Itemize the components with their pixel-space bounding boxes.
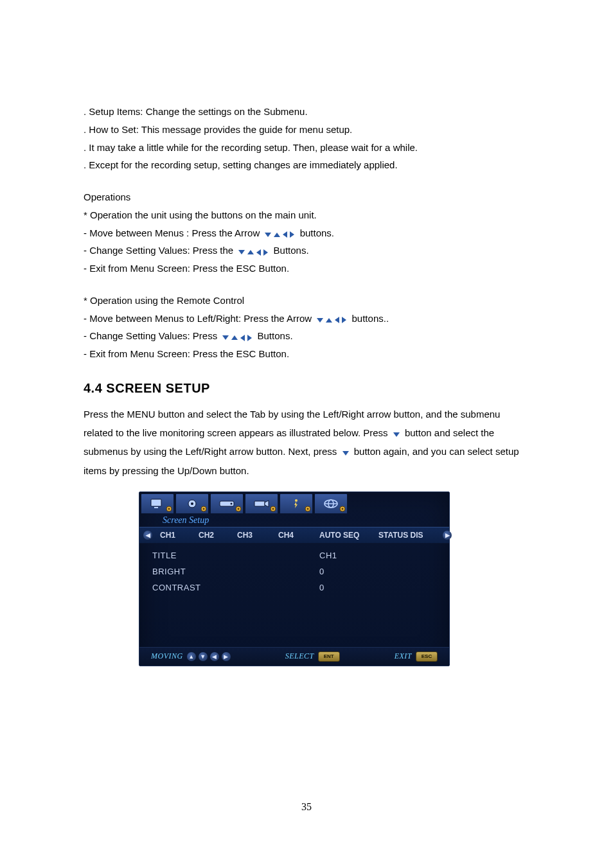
nav-left-icon[interactable]: ◀	[143, 531, 152, 540]
intro-line: . It may take a little while for the rec…	[84, 139, 529, 157]
dvr-row-title[interactable]: TITLE CH1	[152, 547, 443, 563]
svg-point-9	[231, 502, 233, 504]
key-right-icon: ▶	[222, 652, 231, 661]
dvr-tab-display-icon[interactable]	[141, 493, 174, 513]
intro-line: . Setup Items: Change the settings on th…	[84, 103, 529, 121]
svg-point-11	[238, 508, 240, 509]
arrow-up-icon	[247, 250, 254, 254]
dvr-subtab-statusdis[interactable]: STATUS DIS	[373, 531, 440, 540]
operations-remote-move: - Move between Menus to Left/Right: Pres…	[84, 310, 529, 328]
dvr-menu-screenshot: Screen Setup ◀ CH1 CH2 CH3 CH4 AUTO SEQ …	[139, 492, 450, 666]
dvr-subtabs: ◀ CH1 CH2 CH3 CH4 AUTO SEQ STATUS DIS ▶	[139, 527, 449, 544]
arrow-left-icon	[335, 317, 339, 323]
key-up-icon: ▲	[187, 652, 196, 661]
svg-rect-0	[151, 499, 161, 506]
footer-exit-label: EXIT	[395, 651, 412, 661]
arrow-right-icon	[342, 317, 346, 323]
operations-unit-heading: * Operation the unit using the buttons o…	[84, 206, 529, 224]
dvr-top-tabs	[139, 492, 449, 515]
key-left-icon: ◀	[210, 652, 219, 661]
arrow-down-icon	[222, 335, 229, 340]
intro-line: . How to Set: This message provides the …	[84, 121, 529, 139]
arrow-left-icon	[256, 249, 261, 256]
text: - Move between Menus : Press the Arrow	[84, 227, 260, 238]
dvr-tab-record-icon[interactable]	[175, 493, 209, 513]
text: buttons.	[300, 227, 334, 238]
text: buttons..	[352, 313, 389, 324]
key-ent-icon: ENT	[318, 651, 340, 662]
operations-unit-exit: - Exit from Menu Screen: Press the ESC B…	[84, 260, 529, 278]
operations-unit-change: - Change Setting Values: Press the Butto…	[84, 242, 529, 260]
text: Buttons.	[258, 330, 293, 341]
dvr-row-value: CH1	[319, 551, 337, 560]
dvr-tab-storage-icon[interactable]	[210, 493, 244, 513]
svg-point-22	[342, 508, 344, 509]
svg-rect-12	[254, 501, 265, 506]
dvr-title: Screen Setup	[139, 515, 449, 527]
arrow-right-icon	[290, 231, 294, 238]
intro-line: . Except for the recording setup, settin…	[84, 156, 529, 174]
arrow-up-icon	[326, 318, 332, 323]
key-down-icon: ▼	[199, 652, 208, 661]
dvr-tab-network-icon[interactable]	[314, 493, 348, 513]
arrow-right-icon	[263, 249, 268, 256]
page-number: 35	[0, 801, 613, 813]
dvr-row-value: 0	[319, 567, 324, 576]
text: - Change Setting Values: Press	[84, 330, 217, 341]
arrow-right-icon	[247, 335, 252, 341]
svg-point-17	[307, 508, 309, 509]
text: - Change Setting Values: Press the	[84, 245, 233, 256]
dvr-row-label: CONTRAST	[152, 583, 319, 592]
arrow-down-icon	[265, 233, 271, 237]
dvr-subtab-ch1[interactable]: CH1	[155, 531, 193, 540]
arrow-buttons-icon	[222, 335, 252, 341]
dvr-subtab-ch3[interactable]: CH3	[232, 531, 273, 540]
arrow-down-icon	[393, 432, 400, 437]
svg-point-14	[272, 508, 274, 509]
svg-point-5	[191, 502, 193, 505]
dvr-row-label: TITLE	[152, 551, 319, 560]
section-title: 4.4 SCREEN SETUP	[84, 381, 529, 396]
arrow-buttons-icon	[238, 249, 268, 256]
dvr-subtab-ch4[interactable]: CH4	[273, 531, 314, 540]
nav-right-icon[interactable]: ▶	[443, 531, 452, 540]
arrow-buttons-icon	[317, 317, 346, 323]
operations-remote-exit: - Exit from Menu Screen: Press the ESC B…	[84, 345, 529, 363]
operations-remote-change: - Change Setting Values: Press Buttons.	[84, 327, 529, 345]
dvr-footer: MOVING ▲ ▼ ◀ ▶ SELECT ENT EXIT ESC	[139, 647, 449, 666]
text: - Move between Menus to Left/Right: Pres…	[84, 313, 312, 324]
key-esc-icon: ESC	[416, 651, 438, 662]
section-paragraph: Press the MENU button and select the Tab…	[84, 405, 529, 480]
text: Buttons.	[274, 245, 309, 256]
arrow-buttons-icon	[265, 231, 294, 238]
arrow-down-icon	[342, 451, 349, 456]
dvr-subtab-ch2[interactable]: CH2	[193, 531, 232, 540]
operations-heading: Operations	[84, 188, 529, 206]
svg-point-15	[295, 499, 298, 502]
dvr-row-bright[interactable]: BRIGHT 0	[152, 563, 443, 580]
footer-moving-label: MOVING	[151, 651, 183, 661]
footer-select-label: SELECT	[285, 651, 314, 661]
dvr-tab-camera-icon[interactable]	[245, 493, 278, 513]
arrow-left-icon	[240, 335, 245, 341]
dvr-row-label: BRIGHT	[152, 567, 319, 576]
arrow-left-icon	[283, 231, 287, 238]
svg-rect-1	[154, 507, 158, 508]
arrow-down-icon	[317, 318, 323, 323]
arrow-up-icon	[231, 335, 238, 340]
svg-point-3	[168, 508, 170, 509]
operations-unit-move: - Move between Menus : Press the Arrow b…	[84, 224, 529, 242]
svg-point-7	[203, 508, 205, 509]
dvr-subtab-autoseq[interactable]: AUTO SEQ	[314, 531, 373, 540]
dvr-row-value: 0	[319, 583, 324, 592]
operations-remote-heading: * Operation using the Remote Control	[84, 292, 529, 310]
dvr-tab-motion-icon[interactable]	[280, 493, 313, 513]
dvr-content: TITLE CH1 BRIGHT 0 CONTRAST 0	[139, 544, 449, 647]
arrow-down-icon	[238, 250, 245, 254]
dvr-row-contrast[interactable]: CONTRAST 0	[152, 580, 443, 596]
arrow-up-icon	[274, 233, 280, 237]
